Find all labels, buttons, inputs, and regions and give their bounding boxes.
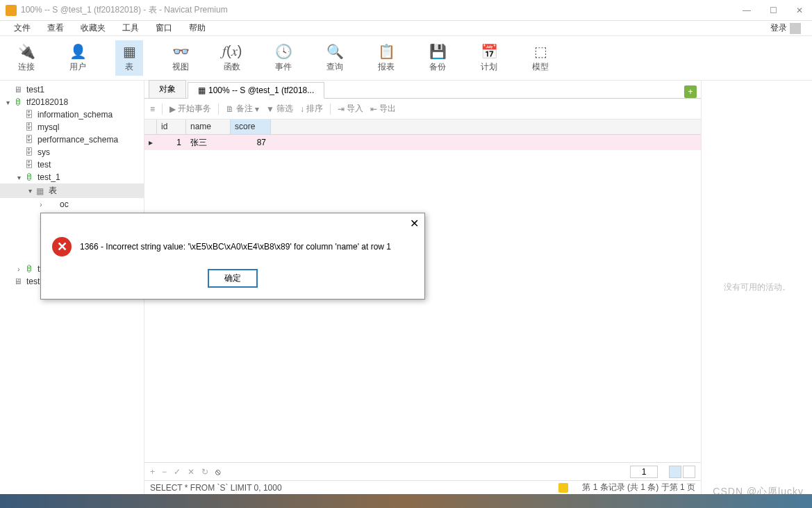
footer-bar xyxy=(0,494,812,508)
toolbar-计划[interactable]: 📅计划 xyxy=(475,40,503,76)
toolbar-查询[interactable]: 🔍查询 xyxy=(321,40,349,76)
toolbar-模型[interactable]: ⬚模型 xyxy=(527,40,554,76)
warning-icon[interactable] xyxy=(558,483,568,493)
col-name[interactable]: name xyxy=(186,120,231,134)
menu-view[interactable]: 查看 xyxy=(39,22,72,34)
tree-item-表[interactable]: ▾▦表 xyxy=(0,183,144,198)
tree-label: mysql xyxy=(38,122,59,132)
tree-label: oc xyxy=(60,199,69,209)
toolbar-label: 查询 xyxy=(326,61,343,73)
tree-item-sys[interactable]: 🗄sys xyxy=(0,146,144,158)
toolbar-icon: 𝑓(𝑥) xyxy=(222,43,242,58)
form-view-button[interactable] xyxy=(683,466,695,478)
minimize-button[interactable]: — xyxy=(740,6,754,15)
cell-score[interactable]: 87 xyxy=(231,138,271,147)
tree-label: test xyxy=(38,160,51,170)
add-tab-button[interactable]: + xyxy=(684,85,697,98)
export-button[interactable]: ⇤ 导出 xyxy=(370,103,396,115)
tree-item-information_schema[interactable]: 🗄information_schema xyxy=(0,108,144,121)
tab-对象[interactable]: 对象 xyxy=(149,80,186,98)
toolbar-icon: 📅 xyxy=(479,43,499,58)
toolbar-视图[interactable]: 👓视图 xyxy=(167,40,194,76)
memo-button[interactable]: 🗎 备注 ▾ xyxy=(226,103,259,115)
view-mode-buttons xyxy=(669,466,695,478)
node-icon: 🛢 xyxy=(25,264,35,274)
row-header-corner xyxy=(144,120,157,134)
cell-name[interactable]: 张三 xyxy=(186,137,231,149)
toolbar-icon: 🕓 xyxy=(274,43,293,58)
menu-help[interactable]: 帮助 xyxy=(181,22,214,34)
login-label: 登录 xyxy=(770,22,787,34)
toolbar-icon: 📋 xyxy=(376,43,396,58)
remove-row-button[interactable]: − xyxy=(162,467,167,477)
filter-button[interactable]: ▼ 筛选 xyxy=(266,103,293,115)
toolbar-备份[interactable]: 💾备份 xyxy=(424,40,451,76)
node-icon: 🛢 xyxy=(14,97,24,107)
toolbar-连接[interactable]: 🔌连接 xyxy=(13,40,40,76)
record-status: 第 1 条记录 (共 1 条) 于第 1 页 xyxy=(582,482,695,493)
tree-item-test[interactable]: 🗄test xyxy=(0,158,144,171)
menu-fav[interactable]: 收藏夹 xyxy=(72,22,114,34)
tab-100% -- S @test_1 (tf2018...[interactable]: ▦100% -- S @test_1 (tf2018... xyxy=(188,82,324,99)
menu-tools[interactable]: 工具 xyxy=(114,22,147,34)
toolbar-label: 报表 xyxy=(378,61,395,73)
error-dialog: ✕ ✕ 1366 - Incorrect string value: '\xE5… xyxy=(40,213,425,300)
toolbar-函数[interactable]: 𝑓(𝑥)函数 xyxy=(218,40,246,76)
toolbar-报表[interactable]: 📋报表 xyxy=(372,40,400,76)
toolbar-用户[interactable]: 👤用户 xyxy=(64,40,92,76)
tree-label: test xyxy=(26,277,40,286)
tree-item-performance_schema[interactable]: 🗄performance_schema xyxy=(0,133,144,146)
cancel-button[interactable]: ✕ xyxy=(188,467,194,477)
node-icon: 🗄 xyxy=(25,122,35,132)
app-icon xyxy=(6,5,17,16)
begin-transaction-button[interactable]: ▶ 开始事务 xyxy=(169,103,211,115)
toolbar-label: 视图 xyxy=(172,61,189,73)
tree-item-tf20182018[interactable]: ▾🛢tf20182018 xyxy=(0,96,144,108)
toolbar-label: 事件 xyxy=(275,61,292,73)
node-icon: 🖥 xyxy=(14,277,24,286)
page-input[interactable] xyxy=(630,466,658,478)
tree-label: performance_schema xyxy=(38,135,118,145)
caret-icon: ▾ xyxy=(26,187,33,195)
maximize-button[interactable]: ☐ xyxy=(766,6,780,15)
refresh-button[interactable]: ↻ xyxy=(201,467,208,477)
tree-item-test1[interactable]: 🖥test1 xyxy=(0,83,144,96)
toolbar-icon: ⬚ xyxy=(531,43,550,58)
grid-view-button[interactable] xyxy=(669,466,681,478)
menu-file[interactable]: 文件 xyxy=(6,22,39,34)
add-row-button[interactable]: + xyxy=(150,467,155,477)
dialog-body: ✕ 1366 - Incorrect string value: '\xE5\x… xyxy=(41,233,424,269)
grid-body: ▸1张三87 xyxy=(144,135,701,150)
hamburger-icon[interactable]: ≡ xyxy=(150,104,155,114)
toolbar-事件[interactable]: 🕓事件 xyxy=(270,40,297,76)
stop-button[interactable]: ⦸ xyxy=(215,467,221,477)
sort-button[interactable]: ↓ 排序 xyxy=(300,103,323,115)
login-button[interactable]: 登录 xyxy=(765,22,806,34)
status-bar: SELECT * FROM `S` LIMIT 0, 1000 第 1 条记录 … xyxy=(144,480,701,494)
tree-item-test_1[interactable]: ▾🛢test_1 xyxy=(0,171,144,183)
table-row[interactable]: ▸1张三87 xyxy=(144,135,701,150)
tree-item-oc[interactable]: ›oc xyxy=(0,198,144,211)
row-pointer-icon: ▸ xyxy=(144,138,157,147)
sql-text: SELECT * FROM `S` LIMIT 0, 1000 xyxy=(150,483,282,493)
apply-button[interactable]: ✓ xyxy=(174,467,181,477)
error-icon: ✕ xyxy=(52,237,72,256)
tree-label: test1 xyxy=(26,85,44,95)
col-score[interactable]: score xyxy=(231,120,271,134)
dialog-footer: 确定 xyxy=(41,269,424,299)
node-icon xyxy=(47,199,57,209)
col-id[interactable]: id xyxy=(157,120,186,134)
dialog-close-button[interactable]: ✕ xyxy=(410,217,419,230)
toolbar-label: 用户 xyxy=(69,61,86,73)
toolbar-icon: ▦ xyxy=(119,43,139,58)
menu-window[interactable]: 窗口 xyxy=(147,22,181,34)
toolbar-表[interactable]: ▦表 xyxy=(115,40,143,76)
tree-item-mysql[interactable]: 🗄mysql xyxy=(0,121,144,133)
close-button[interactable]: ✕ xyxy=(793,6,806,15)
import-button[interactable]: ⇥ 导入 xyxy=(338,103,363,115)
ok-button[interactable]: 确定 xyxy=(208,269,258,288)
titlebar: 100% -- S @test_1 (tf20182018) - 表 - Nav… xyxy=(0,0,812,21)
cell-id[interactable]: 1 xyxy=(157,138,186,147)
grid-header: idnamescore xyxy=(144,120,701,135)
tree-label: test_1 xyxy=(38,172,60,182)
